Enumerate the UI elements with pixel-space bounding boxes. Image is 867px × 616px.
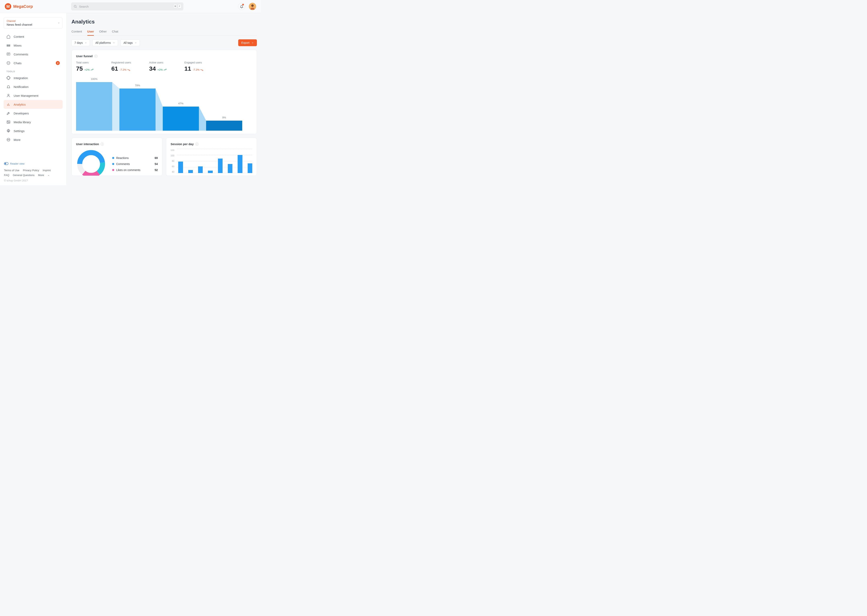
- sidebar-item-integration[interactable]: Integration: [4, 74, 63, 82]
- sidebar-item-label: Settings: [14, 129, 25, 133]
- metric-value: 75 +2%: [76, 65, 93, 72]
- svg-point-11: [8, 63, 9, 63]
- sidebar-item-chats[interactable]: Chats 2: [4, 59, 63, 68]
- session-bar: [178, 162, 183, 173]
- svg-rect-6: [7, 53, 10, 55]
- notifications-button[interactable]: [238, 3, 245, 10]
- svg-point-18: [8, 121, 8, 122]
- sidebar-item-label: Content: [14, 35, 24, 38]
- search-icon: [74, 5, 77, 8]
- session-bars: [177, 149, 252, 173]
- interaction-legend: Reactions 69 Comments 54 Likes on commen…: [112, 155, 158, 173]
- tab-content[interactable]: Content: [71, 28, 82, 36]
- chats-badge: 2: [56, 61, 60, 65]
- user-icon: [6, 94, 11, 97]
- funnel-block: [163, 107, 199, 130]
- sidebar-item-notification[interactable]: Notification: [4, 82, 63, 91]
- session-bar: [198, 167, 203, 173]
- sidebar-item-comments[interactable]: Comments: [4, 50, 63, 59]
- funnel-block: [76, 82, 112, 130]
- sidebar-item-user-management[interactable]: User Management: [4, 91, 63, 100]
- metric-label: Engaged users: [184, 61, 203, 64]
- tools-section-label: TOOLS: [4, 68, 63, 74]
- footer-link[interactable]: Privacy Policy: [23, 169, 39, 172]
- search-field[interactable]: ⌘F: [71, 2, 184, 11]
- y-axis-labels: 120100806040: [171, 149, 174, 173]
- funnel-connector: [199, 107, 206, 130]
- svg-point-21: [8, 140, 8, 140]
- tags-select[interactable]: All tags: [121, 39, 140, 46]
- tab-other[interactable]: Other: [99, 28, 107, 36]
- session-bar: [188, 170, 193, 173]
- chevron-down-icon: [85, 42, 87, 44]
- donut-chart: [76, 149, 106, 176]
- notification-dot-icon: [242, 4, 244, 5]
- info-icon[interactable]: i: [195, 143, 198, 146]
- sidebar-item-label: Analytics: [14, 103, 26, 106]
- metric-delta: -7.2%: [119, 68, 130, 71]
- legend-value: 52: [154, 168, 158, 171]
- metric: Registered users 61 -7.2%: [112, 61, 131, 72]
- footer-link[interactable]: Terms of Use: [4, 169, 19, 172]
- logo-mark-icon: M: [5, 3, 11, 9]
- image-icon: [6, 120, 11, 124]
- sidebar-item-label: Media library: [14, 120, 31, 124]
- funnel-pct: 78%: [135, 84, 140, 87]
- funnel-metrics: Total users 75 +2% Registered users 61 -…: [76, 61, 252, 72]
- tab-user[interactable]: User: [87, 28, 94, 36]
- svg-point-22: [8, 140, 9, 140]
- info-icon[interactable]: i: [94, 55, 97, 58]
- session-bar: [228, 164, 232, 173]
- metric: Total users 75 +2%: [76, 61, 93, 72]
- user-avatar[interactable]: [249, 3, 256, 10]
- sidebar-item-label: User Management: [14, 94, 38, 97]
- puzzle-icon: [6, 76, 11, 80]
- search-input[interactable]: [71, 2, 184, 11]
- session-bar: [208, 171, 212, 173]
- session-bars-area: [177, 149, 252, 173]
- funnel-connector: [112, 82, 119, 130]
- sidebar-item-label: Integration: [14, 76, 28, 80]
- export-button[interactable]: Export: [238, 39, 257, 46]
- range-select[interactable]: 7 days: [71, 39, 90, 46]
- sidebar-item-settings[interactable]: Settings: [4, 126, 63, 135]
- channel-value: News feed channel: [6, 23, 60, 26]
- sidebar-item-more[interactable]: More: [4, 135, 63, 144]
- footer-link[interactable]: Imprint: [43, 169, 51, 172]
- channel-selector[interactable]: Channel News feed channel: [4, 17, 63, 28]
- sidebar-item-analytics[interactable]: Analytics: [4, 100, 63, 109]
- metric: Engaged users 11 -7.2%: [184, 61, 203, 72]
- session-per-day-card: Session per day i 120100806040: [166, 138, 257, 176]
- footer-link[interactable]: FAQ: [4, 174, 9, 177]
- tab-chat[interactable]: Chat: [112, 28, 118, 36]
- channel-label: Channel: [6, 20, 60, 22]
- brand-logo[interactable]: M MegaCorp: [5, 3, 71, 9]
- sidebar-item-developers[interactable]: Developers: [4, 109, 63, 118]
- filter-bar: 7 days All platforms All tags Export: [71, 39, 257, 46]
- reader-view-toggle[interactable]: Reader view: [4, 162, 62, 165]
- sidebar-item-mixes[interactable]: Mixes: [4, 41, 63, 50]
- toggle-icon: [4, 162, 8, 165]
- funnel-connector: [155, 88, 163, 130]
- metric: Active users 34 +2%: [149, 61, 166, 72]
- footer-link[interactable]: General Questions: [13, 174, 35, 177]
- main-content: Analytics Content User Other Chat 7 days…: [66, 13, 261, 185]
- card-title: User funnel: [76, 54, 93, 58]
- svg-rect-5: [7, 46, 10, 46]
- sidebar-item-label: Notification: [14, 85, 28, 88]
- bell-icon: [6, 85, 11, 89]
- funnel-stage: 78%: [119, 84, 155, 130]
- svg-rect-4: [7, 45, 10, 46]
- metric-delta: -7.2%: [193, 68, 203, 71]
- funnel-pct: 47%: [178, 102, 184, 105]
- sidebar-item-content[interactable]: Content: [4, 32, 63, 41]
- footer-link[interactable]: More: [38, 174, 44, 177]
- svg-point-19: [8, 130, 9, 132]
- sidebar-item-media-library[interactable]: Media library: [4, 118, 63, 126]
- funnel-block: [206, 121, 242, 130]
- chevron-down-icon: [251, 42, 254, 44]
- legend-dot-icon: [112, 157, 114, 159]
- platform-select[interactable]: All platforms: [92, 39, 118, 46]
- session-bar: [248, 163, 252, 173]
- info-icon[interactable]: i: [101, 143, 104, 146]
